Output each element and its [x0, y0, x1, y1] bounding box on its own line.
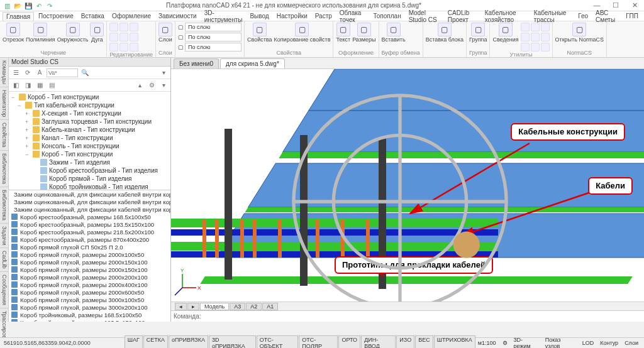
- list-item[interactable]: Короб крестообразный, размеры 168.5х100х…: [9, 213, 170, 220]
- tree-node[interactable]: +Х-секция - Тип конструкции: [9, 109, 170, 117]
- list-item[interactable]: Короб крестообразный, размеры 193.5х150х…: [9, 220, 170, 228]
- side-tab[interactable]: Задачи: [0, 224, 8, 248]
- tree-node[interactable]: Короб прямой - Тип изделия: [9, 175, 170, 183]
- search-input[interactable]: [47, 68, 78, 77]
- close-button[interactable]: ✕: [625, 1, 644, 9]
- menu-tab[interactable]: Топоплан: [370, 12, 404, 20]
- command-input[interactable]: [204, 312, 644, 321]
- list-item[interactable]: Короб прямой глухой, размеры 3000х200х10…: [9, 303, 170, 311]
- list-item[interactable]: Зажим оцинкованный, для фиксации кабелей…: [9, 190, 170, 198]
- status-layers[interactable]: Слои: [623, 340, 640, 346]
- tree-node[interactable]: Зажим - Тип изделия: [9, 158, 170, 166]
- tree-node[interactable]: +Канал - Тип конструкции: [9, 134, 170, 142]
- ribbon-small-button[interactable]: [109, 23, 118, 31]
- status-toggle[interactable]: ШТРИХОВКА: [434, 335, 475, 348]
- a-icon[interactable]: A: [35, 68, 45, 78]
- list-item[interactable]: Короб прямой глухой, размеры 2000х600х50: [9, 288, 170, 296]
- status-toggle[interactable]: оПРИВЯЗКА: [169, 335, 208, 348]
- layer-combo[interactable]: По слою: [185, 23, 242, 31]
- ribbon-small-button[interactable]: [531, 23, 540, 31]
- ribbon-small-button[interactable]: [541, 23, 550, 31]
- list-item[interactable]: Короб прямой глухой, размеры 2000х100х50: [9, 251, 170, 258]
- ribbon-button[interactable]: ▢Копирование свойств: [274, 23, 330, 43]
- ribbon-small-button[interactable]: [130, 43, 138, 52]
- ribbon-small-button[interactable]: [130, 33, 138, 41]
- menu-tab[interactable]: Зависимости: [155, 12, 200, 20]
- status-scale[interactable]: м1:100: [476, 340, 498, 346]
- status-toggle[interactable]: ОТС-ПОЛЯР: [299, 335, 338, 348]
- ribbon-button[interactable]: ▢Дуга: [90, 23, 104, 43]
- tree-node[interactable]: +Заглушка торцевая - Тип конструкции: [9, 117, 170, 126]
- list-item[interactable]: Зажим оцинкованный, для фиксации кабелей…: [9, 198, 170, 205]
- layout-prev[interactable]: ◂: [175, 303, 187, 310]
- status-toggle[interactable]: ОРТО: [338, 335, 360, 348]
- ribbon-small-button[interactable]: [521, 43, 530, 52]
- up-icon[interactable]: ▴: [135, 80, 145, 90]
- side-tab[interactable]: Навигатор: [0, 87, 8, 120]
- tree-node[interactable]: +Консоль - Тип конструкции: [9, 142, 170, 150]
- ribbon-button[interactable]: ▢Отрезок: [3, 23, 24, 43]
- menu-tab[interactable]: Главная: [3, 12, 34, 21]
- ribbon-button[interactable]: ▢Вставить: [382, 23, 406, 43]
- ribbon-button[interactable]: ▢Полилиния: [26, 23, 55, 43]
- side-tab[interactable]: Свойства эле...: [0, 120, 8, 151]
- ribbon-button[interactable]: ▢Слои: [158, 23, 172, 43]
- viewport[interactable]: Без имени0для скрина 5.dwg*: [171, 58, 644, 322]
- status-toggle[interactable]: ШАГ: [125, 335, 143, 348]
- qa-redo-icon[interactable]: ↷: [45, 1, 54, 10]
- list-item[interactable]: Короб прямой глухой, размеры 2000х200х10…: [9, 273, 170, 281]
- list-item[interactable]: Короб тройниковый, размеры 168.5х100х50: [9, 311, 170, 318]
- ribbon-button[interactable]: ▢Открыть NormaCS: [555, 23, 604, 43]
- layer-combo[interactable]: По слою: [185, 33, 242, 41]
- ribbon-small-button[interactable]: [130, 23, 138, 31]
- ribbon-small-button[interactable]: [119, 23, 128, 31]
- side-tab[interactable]: Сообщения Текущее в...: [0, 272, 8, 308]
- layout-next[interactable]: ▸: [187, 303, 199, 310]
- ribbon-small-button[interactable]: [531, 33, 540, 41]
- side-tab[interactable]: Библиотека с...: [0, 187, 8, 224]
- ribbon-button[interactable]: ▢Текст: [336, 23, 350, 43]
- qa-open-icon[interactable]: 📂: [13, 1, 22, 10]
- layout-tab[interactable]: А3: [230, 303, 245, 310]
- ribbon-small-button[interactable]: [521, 23, 530, 31]
- qa-undo-icon[interactable]: ↶: [35, 1, 43, 10]
- status-toggle[interactable]: СЕТКА: [143, 335, 168, 348]
- tree-view[interactable]: − Короб - Тип конструкции −Тип кабельной…: [9, 92, 170, 190]
- ribbon-button[interactable]: ▢Окружность: [57, 23, 89, 43]
- layout-tab[interactable]: Модель: [200, 303, 229, 310]
- status-3dmode[interactable]: 3D-режим: [512, 337, 541, 348]
- refresh-icon[interactable]: ⟳: [23, 68, 33, 78]
- status-lod[interactable]: LOD: [580, 340, 596, 346]
- view-cube[interactable]: [171, 85, 636, 302]
- layer-combo[interactable]: По слою: [185, 43, 242, 52]
- status-toggle[interactable]: ДИН-ВВОД: [361, 335, 396, 348]
- ribbon-small-button[interactable]: [119, 33, 128, 41]
- ribbon-button[interactable]: ▢Размеры: [352, 23, 375, 43]
- qa-save-icon[interactable]: 💾: [24, 1, 33, 10]
- list-item[interactable]: Короб прямой глухой, размеры 2000х150х10…: [9, 258, 170, 266]
- side-tab[interactable]: Команды: [0, 58, 8, 87]
- status-toggle[interactable]: 3D оПРИВЯЗКА: [209, 335, 256, 348]
- status-gear-icon[interactable]: ⚙: [501, 340, 509, 346]
- ribbon-small-button[interactable]: [109, 43, 118, 52]
- list-item[interactable]: Короб крестообразный, размеры 870х400х20…: [9, 236, 170, 243]
- qa-new-icon[interactable]: ▥: [3, 1, 11, 10]
- menu-tab[interactable]: Гео: [575, 12, 591, 20]
- ribbon-small-button[interactable]: [541, 43, 550, 52]
- status-toggle[interactable]: ИЗО: [396, 335, 414, 348]
- side-tab[interactable]: Библиотека с...: [0, 151, 8, 187]
- list-item[interactable]: Короб прямой глухой, размеры 3000х100х50: [9, 296, 170, 303]
- layout-tab[interactable]: А1: [262, 303, 278, 310]
- menu-tab[interactable]: Оформление: [109, 12, 154, 20]
- ribbon-small-button[interactable]: [521, 33, 530, 41]
- ribbon-button[interactable]: ▢Вставка блока: [426, 23, 464, 43]
- list-item[interactable]: Короб прямой глухой СП 50х25 П 2.0: [9, 243, 170, 251]
- menu-tab[interactable]: Вывод: [247, 12, 272, 20]
- tree-node[interactable]: −Короб - Тип конструкции: [9, 150, 170, 158]
- tb-icon[interactable]: ▦: [35, 80, 45, 90]
- command-line[interactable]: Команда:: [171, 310, 644, 322]
- status-toggle[interactable]: ОТС-ОБЪЕКТ: [257, 335, 299, 348]
- menu-tab[interactable]: Построение: [35, 12, 77, 20]
- menu-tab[interactable]: Настройки: [274, 12, 311, 20]
- tb-icon[interactable]: ▤: [47, 80, 57, 90]
